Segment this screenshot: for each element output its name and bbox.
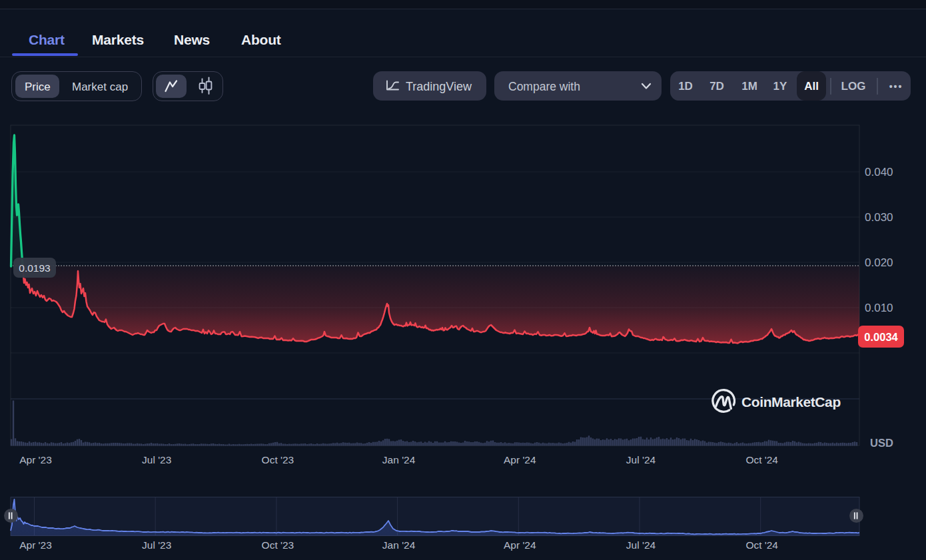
svg-text:Jul '24: Jul '24: [626, 454, 656, 465]
svg-text:Oct '23: Oct '23: [262, 454, 294, 465]
svg-text:Jul '24: Jul '24: [626, 539, 656, 551]
svg-text:Apr '23: Apr '23: [19, 539, 52, 551]
svg-text:0.040: 0.040: [865, 166, 893, 178]
svg-text:Jan '24: Jan '24: [382, 539, 416, 551]
svg-text:Oct '24: Oct '24: [745, 454, 778, 465]
svg-text:0.030: 0.030: [865, 211, 893, 224]
svg-text:Jan '24: Jan '24: [382, 454, 416, 465]
svg-text:CoinMarketCap: CoinMarketCap: [741, 394, 841, 410]
svg-text:Apr '24: Apr '24: [504, 454, 536, 465]
svg-text:Jul '23: Jul '23: [142, 539, 171, 551]
svg-text:Oct '23: Oct '23: [262, 539, 294, 551]
svg-text:0.010: 0.010: [865, 302, 893, 314]
svg-text:Jul '23: Jul '23: [142, 454, 171, 465]
svg-text:Apr '23: Apr '23: [19, 454, 52, 465]
svg-text:USD: USD: [870, 437, 893, 449]
svg-text:Apr '24: Apr '24: [504, 539, 536, 551]
svg-text:0.0193: 0.0193: [19, 262, 50, 274]
svg-text:0.020: 0.020: [865, 256, 893, 269]
svg-text:Oct '24: Oct '24: [745, 539, 778, 551]
svg-text:0.0034: 0.0034: [864, 331, 898, 343]
